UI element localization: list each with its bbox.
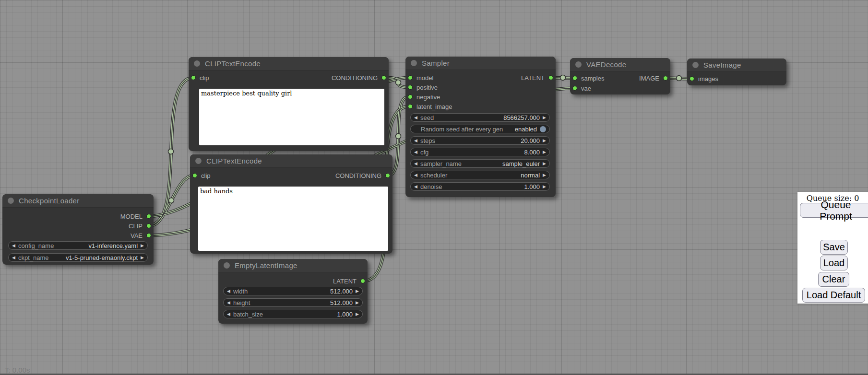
left-arrow-icon[interactable]: ◀ xyxy=(414,159,417,168)
left-arrow-icon[interactable]: ◀ xyxy=(414,148,417,156)
input-port-icon[interactable] xyxy=(408,85,413,90)
widget-label: Random seed after every gen xyxy=(421,126,503,133)
slot-label: CONDITIONING xyxy=(332,74,378,82)
output-port-icon[interactable] xyxy=(360,279,365,283)
right-arrow-icon[interactable]: ▶ xyxy=(141,241,144,250)
right-arrow-icon[interactable]: ▶ xyxy=(543,113,546,122)
collapse-dot-icon[interactable] xyxy=(575,61,582,68)
node-title: CheckpointLoader xyxy=(19,197,80,205)
widget-value: normal xyxy=(521,172,540,179)
batch-size-widget[interactable]: ◀ batch_size 1.000 ▶ xyxy=(223,310,363,318)
node-graph-canvas[interactable]: CheckpointLoader MODEL CLIP VAE ◀ config… xyxy=(0,0,868,375)
widget-value: 512.000 xyxy=(330,299,353,306)
collapse-dot-icon[interactable] xyxy=(195,158,202,164)
node-title-bar[interactable]: Sampler xyxy=(405,57,556,70)
node-emptylatentimage[interactable]: EmptyLatentImage LATENT ◀ width 512.000 … xyxy=(218,259,368,324)
comfy-menu-panel[interactable]: Queue size: 0 Queue Prompt Save Load Cle… xyxy=(797,192,868,304)
sampler-name-widget[interactable]: ◀ sampler_name sample_euler ▶ xyxy=(410,159,550,168)
save-button[interactable]: Save xyxy=(820,240,848,255)
widget-value: v1-5-pruned-emaonly.ckpt xyxy=(66,254,138,261)
width-widget[interactable]: ◀ width 512.000 ▶ xyxy=(223,287,363,295)
output-port-icon[interactable] xyxy=(146,214,151,219)
right-arrow-icon[interactable]: ▶ xyxy=(543,148,546,156)
widget-label: cfg xyxy=(420,149,428,156)
left-arrow-icon[interactable]: ◀ xyxy=(414,113,417,122)
input-port-icon[interactable] xyxy=(572,76,577,81)
slot-row: samples IMAGE xyxy=(570,73,670,83)
node-title-bar[interactable]: CLIPTextEncode xyxy=(189,57,389,70)
node-cliptextencode-positive[interactable]: CLIPTextEncode clip CONDITIONING masterp… xyxy=(189,57,389,151)
input-port-icon[interactable] xyxy=(572,86,577,91)
input-slot-positive: positive xyxy=(405,82,556,92)
slot-label: LATENT xyxy=(521,74,545,82)
input-port-icon[interactable] xyxy=(408,75,413,80)
node-sampler[interactable]: Sampler model LATENT positive negative l… xyxy=(405,57,556,197)
right-arrow-icon[interactable]: ▶ xyxy=(356,287,359,295)
seed-widget[interactable]: ◀ seed 8566257.000 ▶ xyxy=(410,113,550,122)
queue-prompt-button[interactable]: Queue Prompt xyxy=(800,203,868,218)
scheduler-widget[interactable]: ◀ scheduler normal ▶ xyxy=(410,171,550,179)
config-name-widget[interactable]: ◀ config_name v1-inference.yaml ▶ xyxy=(8,241,148,250)
right-arrow-icon[interactable]: ▶ xyxy=(543,159,546,168)
collapse-dot-icon[interactable] xyxy=(692,62,699,68)
collapse-dot-icon[interactable] xyxy=(194,60,200,67)
load-default-button[interactable]: Load Default xyxy=(802,288,865,303)
node-checkpointloader[interactable]: CheckpointLoader MODEL CLIP VAE ◀ config… xyxy=(2,194,154,265)
denoise-widget[interactable]: ◀ denoise 1.000 ▶ xyxy=(410,182,550,191)
random-seed-toggle-widget[interactable]: Random seed after every gen enabled xyxy=(410,125,550,133)
ckpt-name-widget[interactable]: ◀ ckpt_name v1-5-pruned-emaonly.ckpt ▶ xyxy=(8,253,148,262)
slot-label: IMAGE xyxy=(639,75,659,82)
output-slot-latent: LATENT xyxy=(218,276,368,286)
widget-label: steps xyxy=(420,137,435,144)
input-port-icon[interactable] xyxy=(192,173,197,178)
clear-button[interactable]: Clear xyxy=(818,272,849,287)
left-arrow-icon[interactable]: ◀ xyxy=(414,136,417,145)
collapse-dot-icon[interactable] xyxy=(8,198,14,204)
collapse-dot-icon[interactable] xyxy=(411,60,417,66)
input-port-icon[interactable] xyxy=(690,76,694,81)
slot-label: VAE xyxy=(131,232,143,239)
node-title-bar[interactable]: VAEDecode xyxy=(570,58,670,71)
steps-widget[interactable]: ◀ steps 20.000 ▶ xyxy=(410,136,550,145)
negative-prompt-textarea[interactable]: bad hands xyxy=(198,187,388,251)
output-port-icon[interactable] xyxy=(548,75,553,80)
node-vaedecode[interactable]: VAEDecode samples IMAGE vae xyxy=(570,58,670,94)
output-port-icon[interactable] xyxy=(381,75,386,80)
input-port-icon[interactable] xyxy=(408,104,413,109)
input-port-icon[interactable] xyxy=(191,75,196,80)
left-arrow-icon[interactable]: ◀ xyxy=(227,298,230,307)
widget-label: height xyxy=(233,299,250,306)
left-arrow-icon[interactable]: ◀ xyxy=(227,310,230,318)
toggle-dot-icon[interactable] xyxy=(540,126,546,132)
left-arrow-icon[interactable]: ◀ xyxy=(414,171,417,179)
output-port-icon[interactable] xyxy=(146,233,151,238)
node-title-bar[interactable]: CheckpointLoader xyxy=(2,194,154,208)
load-button[interactable]: Load xyxy=(820,256,848,270)
left-arrow-icon[interactable]: ◀ xyxy=(414,182,417,191)
node-title-bar[interactable]: SaveImage xyxy=(687,59,786,72)
right-arrow-icon[interactable]: ▶ xyxy=(356,298,359,307)
node-saveimage[interactable]: SaveImage images xyxy=(687,59,786,85)
collapse-dot-icon[interactable] xyxy=(224,262,230,269)
widget-label: ckpt_name xyxy=(18,254,49,261)
left-arrow-icon[interactable]: ◀ xyxy=(12,253,15,262)
output-port-icon[interactable] xyxy=(385,173,390,178)
node-title-bar[interactable]: EmptyLatentImage xyxy=(218,259,368,272)
cfg-widget[interactable]: ◀ cfg 8.000 ▶ xyxy=(410,148,550,156)
slot-label: positive xyxy=(416,84,438,91)
slot-label: images xyxy=(698,75,718,82)
height-widget[interactable]: ◀ height 512.000 ▶ xyxy=(223,298,363,307)
right-arrow-icon[interactable]: ▶ xyxy=(543,171,546,179)
positive-prompt-textarea[interactable]: masterpiece best quality girl xyxy=(199,89,384,145)
right-arrow-icon[interactable]: ▶ xyxy=(543,182,546,191)
node-cliptextencode-negative[interactable]: CLIPTextEncode clip CONDITIONING bad han… xyxy=(190,154,392,254)
right-arrow-icon[interactable]: ▶ xyxy=(141,253,144,262)
input-port-icon[interactable] xyxy=(408,94,413,99)
output-port-icon[interactable] xyxy=(146,223,151,228)
left-arrow-icon[interactable]: ◀ xyxy=(227,287,230,295)
right-arrow-icon[interactable]: ▶ xyxy=(356,310,359,318)
right-arrow-icon[interactable]: ▶ xyxy=(543,136,546,145)
node-title-bar[interactable]: CLIPTextEncode xyxy=(190,154,392,168)
output-port-icon[interactable] xyxy=(663,76,668,81)
left-arrow-icon[interactable]: ◀ xyxy=(12,241,15,250)
